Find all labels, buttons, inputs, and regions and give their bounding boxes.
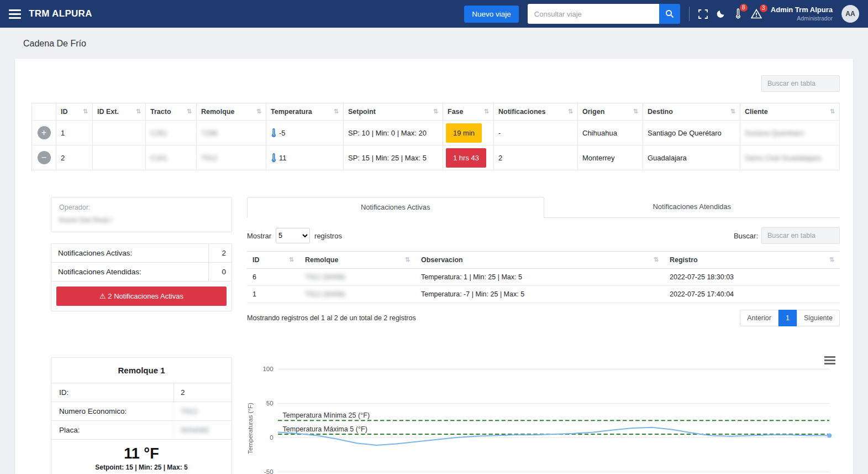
active-notifications-label: Notificaciones Activas:: [51, 244, 208, 262]
cell-origen: Chihuahua: [578, 121, 643, 145]
trailer-plate-label: Placa:: [51, 421, 173, 439]
page-title: Cadena De Frío: [0, 28, 868, 59]
avatar[interactable]: AA: [841, 5, 859, 23]
menu-icon[interactable]: [9, 9, 21, 19]
cell-tracto: C261: [146, 121, 197, 145]
notif-id: 1: [247, 286, 299, 303]
notif-search-input[interactable]: [761, 227, 840, 244]
fullscreen-icon[interactable]: [698, 9, 708, 19]
col-header-temperatura[interactable]: Temperatura⇅: [266, 103, 344, 121]
active-notifications-value: 2: [208, 244, 232, 262]
active-notifications-alert-button[interactable]: ⚠ 2 Notificaciones Activas: [56, 287, 227, 306]
col-header-tracto[interactable]: Tracto⇅: [146, 103, 197, 121]
col-header-setpoint[interactable]: Setpoint⇅: [344, 103, 443, 121]
operator-label: Operador:: [59, 204, 224, 211]
col-header-destino[interactable]: Destino⇅: [643, 103, 740, 121]
pagination: Anterior 1 Siguiente: [740, 310, 840, 326]
notif-col-observacion[interactable]: Observacion⇅: [415, 252, 664, 269]
cell-temperatura: 11: [279, 154, 287, 162]
dark-mode-icon[interactable]: [717, 9, 725, 18]
notifications-icon[interactable]: 3: [751, 9, 762, 19]
top-navbar: TRM ALPURA Nuevo viaje 8 3 Admin Trm Alp…: [0, 0, 868, 28]
cell-id-ext: [93, 145, 146, 170]
temperature-alerts-icon[interactable]: 8: [734, 8, 742, 19]
collapse-row-button[interactable]: −: [38, 151, 51, 164]
thermometer-icon: [271, 128, 277, 138]
trips-table: ID⇅ ID Ext.⇅ Tracto⇅ Remolque⇅ Temperatu…: [31, 103, 840, 170]
cell-origen: Monterrey: [578, 145, 643, 170]
col-header-id[interactable]: ID⇅: [56, 103, 93, 121]
sort-icon: ⇅: [568, 108, 573, 115]
main-card: ID⇅ ID Ext.⇅ Tracto⇅ Remolque⇅ Temperatu…: [15, 59, 853, 474]
expand-column-header: [32, 103, 56, 121]
col-header-fase[interactable]: Fase⇅: [443, 103, 494, 121]
temperature-chart: 100500-50Temperatura Mínima 25 (°F)Tempe…: [254, 354, 840, 474]
chart-y-axis-label: Temperaturas (°F): [247, 392, 254, 454]
records-info: Mostrando registros del 1 al 2 de un tot…: [247, 314, 416, 322]
notif-col-remolque[interactable]: Remolque⇅: [299, 252, 415, 269]
notif-registro: 2022-07-25 18:30:03: [664, 269, 840, 286]
user-role: Administrador: [771, 15, 833, 22]
temperature-chart-block: Temperaturas (°F) 100500-50Temperatura M…: [247, 354, 840, 474]
attended-notifications-label: Notificaciones Atendidas:: [51, 263, 208, 281]
page-size-label: Mostrar: [247, 232, 271, 240]
sort-icon: ⇅: [83, 108, 88, 115]
trailer-plate-value: WS4082: [173, 421, 232, 439]
chart-export-menu-icon[interactable]: [824, 356, 835, 364]
sort-icon: ⇅: [654, 256, 659, 263]
cell-setpoint: SP: 15 | Min: 25 | Max: 5: [344, 145, 443, 170]
trip-detail-panel: Operador: Kevin Del Real / Notificacione…: [31, 170, 840, 474]
sort-icon: ⇅: [830, 108, 835, 115]
cell-id: 2: [56, 145, 93, 170]
notif-observacion: Temperatura: -7 | Min: 25 | Max: 5: [415, 286, 664, 303]
col-header-cliente[interactable]: Cliente⇅: [740, 103, 840, 121]
notifications-table: ID⇅ Remolque⇅ Observacion⇅ Registro⇅ 6 T…: [247, 251, 840, 303]
col-header-remolque[interactable]: Remolque⇅: [197, 103, 266, 121]
notif-search-label: Buscar:: [734, 232, 758, 240]
notifications-tabs: Notificaciones Activas Notificaciones At…: [247, 197, 840, 218]
divider: [689, 7, 690, 21]
brand-logo: TRM ALPURA: [29, 8, 92, 19]
page-size-select[interactable]: 5: [276, 228, 310, 243]
table-search-input[interactable]: [761, 75, 840, 92]
notif-col-id[interactable]: ID⇅: [247, 252, 299, 269]
trailer-card-title: Remolque 1: [51, 358, 232, 383]
cell-id: 1: [56, 121, 93, 145]
pagination-prev-button[interactable]: Anterior: [740, 310, 778, 326]
sort-icon: ⇅: [730, 108, 735, 115]
svg-text:100: 100: [262, 366, 273, 373]
table-row: + 1 C261 T288 -5 SP: 10 | Min: 0 | Max: …: [32, 121, 840, 145]
user-menu[interactable]: Admin Trm Alpura Administrador: [771, 6, 833, 22]
expand-row-button[interactable]: +: [38, 126, 51, 139]
notif-remolque: T912 (W408): [299, 269, 415, 286]
cell-remolque: T288: [197, 121, 266, 145]
col-header-notificaciones[interactable]: Notificaciones⇅: [494, 103, 578, 121]
list-item: 1 T912 (W408) Temperatura: -7 | Min: 25 …: [247, 286, 840, 303]
notif-col-registro[interactable]: Registro⇅: [664, 252, 840, 269]
tab-notificaciones-activas[interactable]: Notificaciones Activas: [247, 197, 544, 218]
col-header-origen[interactable]: Origen⇅: [578, 103, 643, 121]
pagination-next-button[interactable]: Siguiente: [797, 310, 840, 326]
cell-notificaciones: 2: [494, 145, 578, 170]
sort-icon: ⇅: [433, 108, 438, 115]
trip-search-input[interactable]: [528, 4, 659, 24]
cell-tracto: C161: [146, 145, 197, 170]
trip-search: [528, 4, 680, 24]
sort-icon: ⇅: [405, 256, 410, 263]
col-header-id-ext[interactable]: ID Ext.⇅: [93, 103, 146, 121]
tab-notificaciones-atendidas[interactable]: Notificaciones Atendidas: [544, 197, 840, 217]
trailer-card: Remolque 1 ID: 2 Numero Economico: T912 …: [51, 357, 232, 474]
svg-text:-50: -50: [264, 469, 273, 474]
trips-table-header-row: ID⇅ ID Ext.⇅ Tracto⇅ Remolque⇅ Temperatu…: [32, 103, 840, 121]
search-button[interactable]: [659, 4, 680, 24]
sort-icon: ⇅: [136, 108, 141, 115]
pagination-page-1-button[interactable]: 1: [778, 310, 797, 326]
cell-remolque: T912: [197, 145, 266, 170]
sort-icon: ⇅: [289, 256, 294, 263]
attended-notifications-value: 0: [208, 263, 232, 281]
operator-name: Kevin Del Real /: [59, 216, 224, 224]
new-trip-button[interactable]: Nuevo viaje: [464, 6, 519, 23]
notif-id: 6: [247, 269, 299, 286]
operator-card: Operador: Kevin Del Real /: [51, 197, 232, 232]
notif-remolque: T912 (W408): [299, 286, 415, 303]
